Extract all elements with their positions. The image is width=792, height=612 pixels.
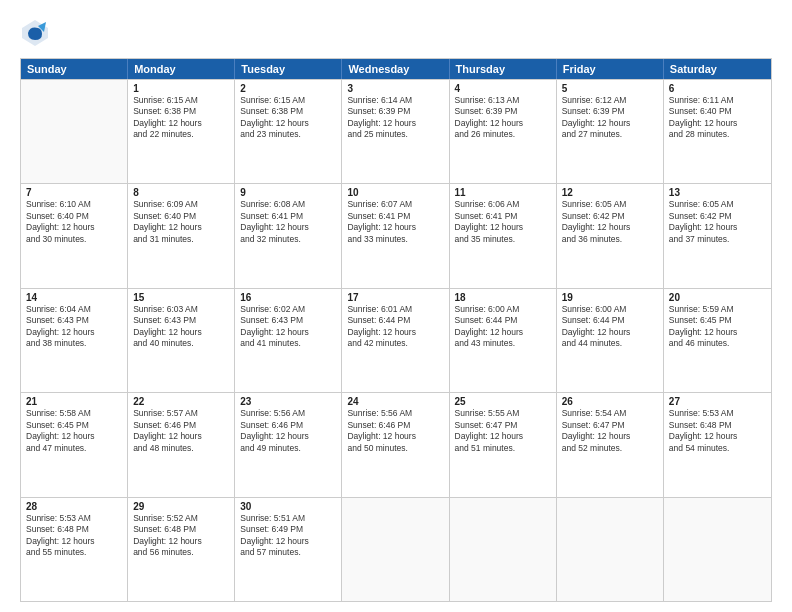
day-cell-3: 3Sunrise: 6:14 AM Sunset: 6:39 PM Daylig… (342, 80, 449, 183)
day-cell-22: 22Sunrise: 5:57 AM Sunset: 6:46 PM Dayli… (128, 393, 235, 496)
day-cell-17: 17Sunrise: 6:01 AM Sunset: 6:44 PM Dayli… (342, 289, 449, 392)
day-info: Sunrise: 5:55 AM Sunset: 6:47 PM Dayligh… (455, 408, 551, 454)
day-info: Sunrise: 6:06 AM Sunset: 6:41 PM Dayligh… (455, 199, 551, 245)
day-cell-14: 14Sunrise: 6:04 AM Sunset: 6:43 PM Dayli… (21, 289, 128, 392)
page: SundayMondayTuesdayWednesdayThursdayFrid… (0, 0, 792, 612)
header (20, 18, 772, 48)
day-info: Sunrise: 6:03 AM Sunset: 6:43 PM Dayligh… (133, 304, 229, 350)
day-cell-2: 2Sunrise: 6:15 AM Sunset: 6:38 PM Daylig… (235, 80, 342, 183)
header-day-friday: Friday (557, 59, 664, 79)
day-info: Sunrise: 6:07 AM Sunset: 6:41 PM Dayligh… (347, 199, 443, 245)
day-info: Sunrise: 5:59 AM Sunset: 6:45 PM Dayligh… (669, 304, 766, 350)
day-number: 23 (240, 396, 336, 407)
calendar-header: SundayMondayTuesdayWednesdayThursdayFrid… (21, 59, 771, 79)
day-number: 4 (455, 83, 551, 94)
day-number: 26 (562, 396, 658, 407)
day-number: 19 (562, 292, 658, 303)
day-number: 2 (240, 83, 336, 94)
day-info: Sunrise: 6:15 AM Sunset: 6:38 PM Dayligh… (240, 95, 336, 141)
day-number: 17 (347, 292, 443, 303)
day-cell-6: 6Sunrise: 6:11 AM Sunset: 6:40 PM Daylig… (664, 80, 771, 183)
day-cell-16: 16Sunrise: 6:02 AM Sunset: 6:43 PM Dayli… (235, 289, 342, 392)
day-number: 8 (133, 187, 229, 198)
day-info: Sunrise: 6:00 AM Sunset: 6:44 PM Dayligh… (562, 304, 658, 350)
calendar-row-3: 21Sunrise: 5:58 AM Sunset: 6:45 PM Dayli… (21, 392, 771, 496)
day-cell-12: 12Sunrise: 6:05 AM Sunset: 6:42 PM Dayli… (557, 184, 664, 287)
day-info: Sunrise: 6:05 AM Sunset: 6:42 PM Dayligh… (669, 199, 766, 245)
day-info: Sunrise: 6:11 AM Sunset: 6:40 PM Dayligh… (669, 95, 766, 141)
day-number: 21 (26, 396, 122, 407)
day-number: 27 (669, 396, 766, 407)
day-number: 9 (240, 187, 336, 198)
day-cell-4: 4Sunrise: 6:13 AM Sunset: 6:39 PM Daylig… (450, 80, 557, 183)
day-cell-25: 25Sunrise: 5:55 AM Sunset: 6:47 PM Dayli… (450, 393, 557, 496)
day-number: 18 (455, 292, 551, 303)
day-info: Sunrise: 6:08 AM Sunset: 6:41 PM Dayligh… (240, 199, 336, 245)
day-number: 7 (26, 187, 122, 198)
calendar-row-0: 1Sunrise: 6:15 AM Sunset: 6:38 PM Daylig… (21, 79, 771, 183)
day-info: Sunrise: 6:14 AM Sunset: 6:39 PM Dayligh… (347, 95, 443, 141)
calendar-body: 1Sunrise: 6:15 AM Sunset: 6:38 PM Daylig… (21, 79, 771, 601)
logo (20, 18, 54, 48)
day-cell-13: 13Sunrise: 6:05 AM Sunset: 6:42 PM Dayli… (664, 184, 771, 287)
day-number: 24 (347, 396, 443, 407)
day-number: 22 (133, 396, 229, 407)
day-cell-23: 23Sunrise: 5:56 AM Sunset: 6:46 PM Dayli… (235, 393, 342, 496)
day-info: Sunrise: 6:13 AM Sunset: 6:39 PM Dayligh… (455, 95, 551, 141)
empty-cell (342, 498, 449, 601)
empty-cell (557, 498, 664, 601)
day-cell-7: 7Sunrise: 6:10 AM Sunset: 6:40 PM Daylig… (21, 184, 128, 287)
day-info: Sunrise: 6:15 AM Sunset: 6:38 PM Dayligh… (133, 95, 229, 141)
day-number: 30 (240, 501, 336, 512)
day-info: Sunrise: 6:01 AM Sunset: 6:44 PM Dayligh… (347, 304, 443, 350)
calendar: SundayMondayTuesdayWednesdayThursdayFrid… (20, 58, 772, 602)
day-number: 5 (562, 83, 658, 94)
day-info: Sunrise: 6:05 AM Sunset: 6:42 PM Dayligh… (562, 199, 658, 245)
day-number: 25 (455, 396, 551, 407)
header-day-monday: Monday (128, 59, 235, 79)
day-number: 12 (562, 187, 658, 198)
day-cell-11: 11Sunrise: 6:06 AM Sunset: 6:41 PM Dayli… (450, 184, 557, 287)
day-cell-30: 30Sunrise: 5:51 AM Sunset: 6:49 PM Dayli… (235, 498, 342, 601)
day-cell-20: 20Sunrise: 5:59 AM Sunset: 6:45 PM Dayli… (664, 289, 771, 392)
header-day-sunday: Sunday (21, 59, 128, 79)
day-number: 10 (347, 187, 443, 198)
day-number: 15 (133, 292, 229, 303)
day-cell-28: 28Sunrise: 5:53 AM Sunset: 6:48 PM Dayli… (21, 498, 128, 601)
day-info: Sunrise: 6:02 AM Sunset: 6:43 PM Dayligh… (240, 304, 336, 350)
calendar-row-2: 14Sunrise: 6:04 AM Sunset: 6:43 PM Dayli… (21, 288, 771, 392)
header-day-tuesday: Tuesday (235, 59, 342, 79)
day-cell-10: 10Sunrise: 6:07 AM Sunset: 6:41 PM Dayli… (342, 184, 449, 287)
day-cell-19: 19Sunrise: 6:00 AM Sunset: 6:44 PM Dayli… (557, 289, 664, 392)
day-number: 20 (669, 292, 766, 303)
day-info: Sunrise: 5:56 AM Sunset: 6:46 PM Dayligh… (240, 408, 336, 454)
day-info: Sunrise: 6:00 AM Sunset: 6:44 PM Dayligh… (455, 304, 551, 350)
day-info: Sunrise: 5:57 AM Sunset: 6:46 PM Dayligh… (133, 408, 229, 454)
day-cell-21: 21Sunrise: 5:58 AM Sunset: 6:45 PM Dayli… (21, 393, 128, 496)
day-number: 28 (26, 501, 122, 512)
day-info: Sunrise: 6:10 AM Sunset: 6:40 PM Dayligh… (26, 199, 122, 245)
day-cell-15: 15Sunrise: 6:03 AM Sunset: 6:43 PM Dayli… (128, 289, 235, 392)
day-info: Sunrise: 5:56 AM Sunset: 6:46 PM Dayligh… (347, 408, 443, 454)
day-info: Sunrise: 6:12 AM Sunset: 6:39 PM Dayligh… (562, 95, 658, 141)
day-info: Sunrise: 6:09 AM Sunset: 6:40 PM Dayligh… (133, 199, 229, 245)
day-info: Sunrise: 5:52 AM Sunset: 6:48 PM Dayligh… (133, 513, 229, 559)
day-cell-9: 9Sunrise: 6:08 AM Sunset: 6:41 PM Daylig… (235, 184, 342, 287)
empty-cell (450, 498, 557, 601)
day-cell-18: 18Sunrise: 6:00 AM Sunset: 6:44 PM Dayli… (450, 289, 557, 392)
day-cell-29: 29Sunrise: 5:52 AM Sunset: 6:48 PM Dayli… (128, 498, 235, 601)
day-number: 13 (669, 187, 766, 198)
day-info: Sunrise: 5:53 AM Sunset: 6:48 PM Dayligh… (669, 408, 766, 454)
calendar-row-1: 7Sunrise: 6:10 AM Sunset: 6:40 PM Daylig… (21, 183, 771, 287)
empty-cell (664, 498, 771, 601)
calendar-row-4: 28Sunrise: 5:53 AM Sunset: 6:48 PM Dayli… (21, 497, 771, 601)
day-cell-26: 26Sunrise: 5:54 AM Sunset: 6:47 PM Dayli… (557, 393, 664, 496)
header-day-thursday: Thursday (450, 59, 557, 79)
empty-cell (21, 80, 128, 183)
day-number: 14 (26, 292, 122, 303)
day-info: Sunrise: 5:58 AM Sunset: 6:45 PM Dayligh… (26, 408, 122, 454)
day-info: Sunrise: 6:04 AM Sunset: 6:43 PM Dayligh… (26, 304, 122, 350)
day-number: 6 (669, 83, 766, 94)
day-cell-24: 24Sunrise: 5:56 AM Sunset: 6:46 PM Dayli… (342, 393, 449, 496)
day-cell-8: 8Sunrise: 6:09 AM Sunset: 6:40 PM Daylig… (128, 184, 235, 287)
